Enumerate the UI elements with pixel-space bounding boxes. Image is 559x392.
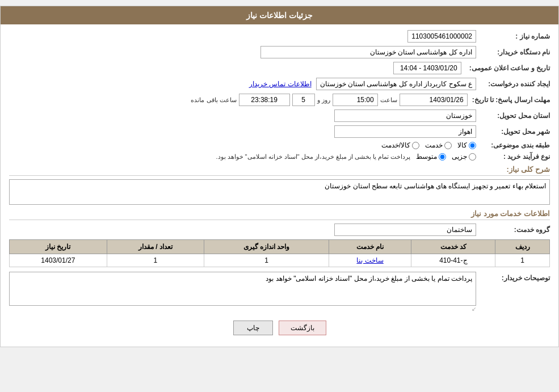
city-label: شهر محل تحویل:: [476, 128, 550, 136]
table-row: 1 ج-41-410 ساخت بنا 1 1 1403/01/27: [10, 254, 550, 267]
announce-datetime-label: تاریخ و ساعت اعلان عمومی:: [465, 64, 550, 72]
col-service-code: کد خدمت: [411, 240, 495, 254]
col-quantity: تعداد / مقدار: [107, 240, 204, 254]
category-option-kala-khedmat[interactable]: کالا/خدمت: [381, 141, 419, 149]
city-value: اهواز: [334, 125, 476, 138]
remaining-days-label: روز و: [317, 96, 330, 104]
col-date: تاریخ نیاز: [10, 240, 107, 254]
print-button[interactable]: چاپ: [233, 321, 273, 335]
cell-unit: 1: [204, 254, 329, 267]
category-label: طبقه بندی موضوعی:: [476, 141, 550, 149]
services-section-title: اطلاعات خدمات مورد نیاز: [9, 209, 550, 220]
page-header: جزئیات اطلاعات نیاز: [1, 6, 558, 24]
need-number-value: 1103005461000002: [407, 30, 476, 43]
province-value: خوزستان: [334, 109, 476, 122]
category-option-khedmat[interactable]: خدمت: [425, 141, 452, 149]
resize-icon: ↙: [9, 306, 476, 312]
buyer-notes-value: پرداخت تمام یا بخشی از مبلغ خرید،از محل …: [266, 275, 472, 283]
cell-service-code: ج-41-410: [411, 254, 495, 267]
buyer-org-value: اداره کل هواشناسی استان خوزستان: [260, 46, 476, 58]
col-service-name: نام خدمت: [329, 240, 411, 254]
deadline-label: مهلت ارسال پاسخ: تا تاریخ:: [468, 96, 550, 104]
need-description-section-title: شرح کلی نیاز:: [9, 165, 550, 176]
purchase-type-label: نوع فرآیند خرید :: [476, 153, 550, 161]
purchase-type-jozii[interactable]: جزیی: [452, 153, 476, 161]
button-row: بازگشت چاپ: [9, 321, 550, 335]
remaining-days: 5: [292, 94, 315, 106]
col-unit: واحد اندازه گیری: [204, 240, 329, 254]
service-group-label: گروه خدمت:: [476, 226, 550, 234]
purchase-type-group: جزیی متوسط پرداخت تمام یا بخشی از مبلغ خ…: [216, 153, 476, 161]
need-description-textarea[interactable]: استعلام بهاء تعمیر و تجهیز ایستگاه های ه…: [9, 179, 550, 205]
creator-value: ع سکوح کاربرداز اداره کل هواشناسی استان …: [316, 78, 476, 90]
remaining-time: 23:38:19: [239, 94, 290, 106]
need-number-label: شماره نیاز :: [476, 32, 550, 40]
col-index: ردیف: [495, 240, 550, 254]
cell-index: 1: [495, 254, 550, 267]
category-radio-group: کالا خدمت کالا/خدمت: [381, 141, 476, 149]
purchase-type-text: پرداخت تمام یا بخشی از مبلغ خرید،از محل …: [216, 153, 410, 161]
creator-label: ایجاد کننده درخواست:: [476, 80, 550, 88]
buyer-org-label: نام دستگاه خریدار:: [476, 48, 550, 56]
category-khedmat-label: خدمت: [425, 141, 443, 149]
contact-link[interactable]: اطلاعات تماس خریدار: [249, 80, 312, 88]
province-label: استان محل تحویل:: [476, 112, 550, 120]
cell-service-name[interactable]: ساخت بنا: [329, 254, 411, 267]
purchase-motavasset-label: متوسط: [416, 153, 437, 161]
services-table: ردیف کد خدمت نام خدمت واحد اندازه گیری ت…: [9, 239, 550, 267]
announce-datetime-value: 1403/01/20 - 14:04: [393, 62, 461, 74]
cell-date: 1403/01/27: [10, 254, 107, 267]
deadline-date: 1403/01/26: [400, 94, 468, 106]
service-group-value: ساختمان: [334, 224, 476, 236]
category-kala-khedmat-label: کالا/خدمت: [381, 141, 410, 149]
deadline-time-label: ساعت: [380, 96, 397, 104]
cell-quantity: 1: [107, 254, 204, 267]
back-button[interactable]: بازگشت: [279, 321, 326, 335]
buyer-notes-area: پرداخت تمام یا بخشی از مبلغ خرید،از محل …: [9, 272, 476, 306]
category-option-kala[interactable]: کالا: [457, 141, 476, 149]
deadline-time: 15:00: [333, 94, 378, 106]
remaining-time-label: ساعت باقی مانده: [191, 96, 236, 104]
buyer-notes-label: توصیحات خریدار:: [476, 272, 550, 282]
page-title: جزئیات اطلاعات نیاز: [246, 11, 313, 20]
category-kala-label: کالا: [457, 141, 467, 149]
purchase-jozii-label: جزیی: [452, 153, 467, 161]
purchase-type-motavasset[interactable]: متوسط: [416, 153, 446, 161]
